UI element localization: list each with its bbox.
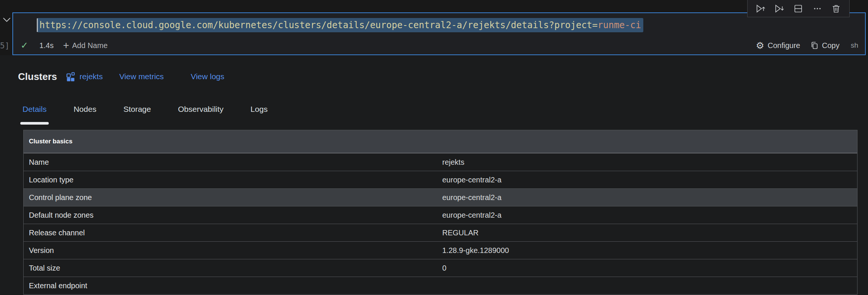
copy-button[interactable]: Copy	[822, 41, 839, 50]
detail-tabs: Details Nodes Storage Observability Logs	[18, 104, 868, 114]
row-value: 0	[442, 264, 857, 272]
add-name-button[interactable]: Add Name	[72, 41, 108, 50]
tab-logs[interactable]: Logs	[251, 104, 268, 114]
selected-url-text[interactable]: https://console.cloud.google.com/kuberne…	[37, 18, 643, 32]
row-value: europe-central2-a	[442, 176, 857, 184]
cell-output-gcp-console: Clusters rejekts View metrics View logs …	[0, 55, 868, 295]
row-label: External endpoint	[29, 281, 442, 290]
execution-count: 5]	[0, 41, 9, 50]
tab-storage[interactable]: Storage	[123, 104, 151, 114]
execution-duration: 1.4s	[39, 41, 54, 50]
table-row-default-node-zones[interactable]: Default node zones europe-central2-a	[24, 206, 857, 224]
row-label: Location type	[29, 176, 442, 184]
cell-language-label[interactable]: sh	[851, 41, 858, 50]
row-value: REGULAR	[442, 229, 857, 237]
row-value: rejekts	[442, 158, 857, 167]
notebook-cell: https://console.cloud.google.com/kuberne…	[12, 12, 866, 55]
row-label: Name	[29, 158, 442, 167]
cell-status-bar: ✓ 1.4s + Add Name ⚙ Configure Copy sh	[13, 37, 865, 54]
tab-nodes[interactable]: Nodes	[74, 104, 96, 114]
table-row-name[interactable]: Name rejekts	[24, 153, 857, 171]
row-label: Total size	[29, 264, 442, 272]
url-equals: =	[592, 20, 598, 30]
gke-cluster-icon	[66, 72, 76, 82]
row-label: Default node zones	[29, 211, 442, 220]
execute-below-button[interactable]	[774, 3, 785, 14]
copy-icon[interactable]	[810, 41, 819, 50]
url-param-value: runme-ci	[598, 20, 641, 30]
row-value	[442, 281, 857, 290]
execute-above-icon	[755, 4, 766, 14]
page-title: Clusters	[18, 71, 57, 83]
row-value: europe-central2-a	[442, 193, 857, 202]
url-text: https://console.cloud.google.com/kuberne…	[39, 20, 592, 30]
table-row-control-plane-zone[interactable]: Control plane zone europe-central2-a	[24, 188, 857, 206]
row-value: europe-central2-a	[442, 211, 857, 220]
row-label: Version	[29, 246, 442, 255]
execute-below-icon	[774, 4, 785, 14]
gear-icon: ⚙	[756, 41, 764, 50]
cell-collapse-chevron-icon[interactable]	[2, 17, 11, 23]
plus-icon: +	[63, 40, 69, 51]
table-row-external-endpoint[interactable]: External endpoint	[24, 277, 857, 294]
more-actions-icon	[812, 4, 822, 14]
table-section-header: Cluster basics	[24, 130, 857, 153]
row-label: Release channel	[29, 229, 442, 237]
cell-toolbar	[747, 0, 850, 17]
success-check-icon: ✓	[21, 41, 28, 50]
table-row-location-type[interactable]: Location type europe-central2-a	[24, 171, 857, 188]
configure-label: Configure	[768, 41, 800, 50]
table-row-total-size[interactable]: Total size 0	[24, 259, 857, 277]
text-cursor	[37, 18, 38, 32]
cluster-name-link[interactable]: rejekts	[80, 72, 103, 81]
view-logs-link[interactable]: View logs	[191, 72, 225, 81]
table-row-release-channel[interactable]: Release channel REGULAR	[24, 224, 857, 241]
view-metrics-link[interactable]: View metrics	[119, 72, 164, 81]
cell-editor[interactable]: https://console.cloud.google.com/kuberne…	[13, 13, 865, 37]
row-label: Control plane zone	[29, 193, 442, 202]
delete-cell-button[interactable]	[830, 3, 842, 14]
configure-button[interactable]: ⚙ Configure	[756, 41, 800, 50]
tab-observability[interactable]: Observability	[178, 104, 223, 114]
more-actions-button[interactable]	[812, 3, 823, 14]
table-row-version[interactable]: Version 1.28.9-gke.1289000	[24, 241, 857, 259]
row-value: 1.28.9-gke.1289000	[442, 246, 857, 255]
cluster-basics-table: Cluster basics Name rejekts Location typ…	[23, 130, 857, 295]
tab-details[interactable]: Details	[23, 104, 47, 114]
execute-above-button[interactable]	[755, 3, 766, 14]
split-cell-icon	[793, 4, 803, 14]
clusters-header: Clusters rejekts View metrics View logs	[18, 69, 868, 84]
split-cell-button[interactable]	[793, 3, 804, 14]
delete-cell-icon	[831, 4, 841, 14]
